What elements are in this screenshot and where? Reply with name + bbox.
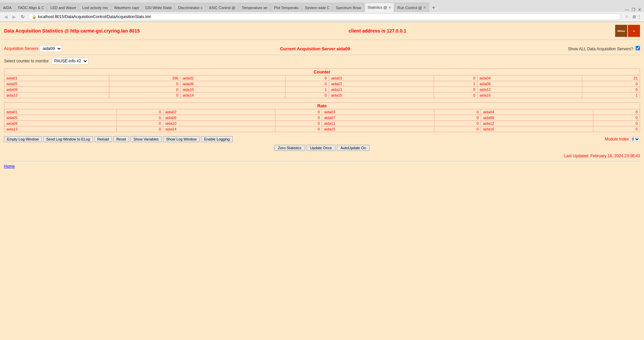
r-r1-v1: 0 <box>275 115 322 121</box>
r-r1-v0: 0 <box>116 115 163 121</box>
restore-icon[interactable]: ❐ <box>632 7 635 12</box>
tab-syswide[interactable]: System wide C <box>302 3 332 12</box>
r-r3-l3: aida16 <box>481 126 593 132</box>
r-r1-l0: aida05 <box>4 115 117 121</box>
tab-fadc[interactable]: FADC Align & C <box>15 3 47 12</box>
counter-table: Counter aida01 396 aida02 0 aida03 0 aid… <box>4 68 640 98</box>
counter-row-0: aida01 396 aida02 0 aida03 0 aida04 21 <box>4 75 640 81</box>
c-r1-l3: aida08 <box>477 81 582 87</box>
enable-logging-button[interactable]: Enable Logging <box>201 136 232 142</box>
c-r3-v2: 0 <box>434 93 477 98</box>
acquisition-servers-row: Acquisition Servers aida09 Current Acqui… <box>4 45 640 55</box>
c-r0-l2: aida03 <box>329 75 434 81</box>
c-r0-v3: 21 <box>582 75 640 81</box>
send-log-button[interactable]: Send Log Window to ELog <box>43 136 93 142</box>
forward-button[interactable]: ▶ <box>11 13 17 20</box>
tab-discriminator[interactable]: Discriminator c <box>175 3 206 12</box>
bookmark-icon[interactable]: ☆ <box>625 14 629 19</box>
empty-log-button[interactable]: Empty Log Window <box>4 136 42 142</box>
tab-aida[interactable]: AIDA <box>0 3 15 12</box>
show-all-servers: Show ALL Data Acquisition Servers? <box>568 46 640 51</box>
tab-led[interactable]: LED and Wavel <box>47 3 79 12</box>
tab-statistics[interactable]: Statistics @ ✕ <box>365 3 394 12</box>
c-r0-v2: 0 <box>434 75 477 81</box>
r-r2-v0: 0 <box>116 121 163 126</box>
c-r1-v0: 0 <box>109 81 180 87</box>
url-input[interactable]: localhost:8015/DataAcquisitionControl/Da… <box>38 14 617 19</box>
counter-select[interactable]: PAUSE-info #2PAUSE-info #1STOP-info #1 <box>51 58 88 64</box>
c-r0-l3: aida04 <box>477 75 582 81</box>
page-header: Data Acquisition Statistics @ http carme… <box>4 25 640 40</box>
c-r3-l2: aida15 <box>329 93 434 98</box>
reset-button[interactable]: Reset <box>113 136 129 142</box>
extensions-icon[interactable]: ⊞ <box>633 14 636 19</box>
tab-temperature[interactable]: Temperature an <box>238 3 270 12</box>
r-r3-l1: aida14 <box>163 126 275 132</box>
r-r0-l3: aida04 <box>481 109 593 115</box>
tab-plot[interactable]: Plot Temperatu <box>271 3 302 12</box>
rate-table: Rate aida01 0 aida02 0 aida03 0 aida04 0… <box>4 102 640 132</box>
acq-servers-select[interactable]: aida09 <box>40 45 62 52</box>
c-r2-l0: aida09 <box>4 87 109 93</box>
address-bar[interactable]: 🔒 localhost:8015/DataAcquisitionControl/… <box>28 13 621 20</box>
auto-update-button[interactable]: AutoUpdate On <box>337 145 370 151</box>
c-r3-l0: aida13 <box>4 93 109 98</box>
new-tab-button[interactable]: + <box>429 3 438 12</box>
c-r0-l1: aida02 <box>180 75 285 81</box>
c-r3-v0: 0 <box>109 93 180 98</box>
logo-area: Midas ● <box>615 25 640 37</box>
counter-header-row: Counter <box>4 69 640 75</box>
nav-extras: ⊞ ⋮ <box>633 14 641 19</box>
reload-button[interactable]: ↻ <box>19 13 26 20</box>
minimize-icon[interactable]: — <box>625 7 629 12</box>
r-r2-l1: aida10 <box>163 121 275 126</box>
tab-spectrum[interactable]: Spectrum Brow <box>333 3 364 12</box>
counter-row-1: aida05 0 aida06 0 aida07 1 aida08 0 <box>4 81 640 87</box>
c-r2-l3: aida12 <box>477 87 582 93</box>
r-r3-l0: aida13 <box>4 126 117 132</box>
c-r1-v3: 0 <box>582 81 640 87</box>
show-variables-button[interactable]: Show Variables <box>130 136 162 142</box>
c-r1-v2: 1 <box>434 81 477 87</box>
show-all-checkbox[interactable] <box>636 46 640 50</box>
menu-icon[interactable]: ⋮ <box>637 14 641 19</box>
reload-button-action[interactable]: Reload <box>94 136 112 142</box>
show-log-window-button[interactable]: Show Log Window <box>163 136 200 142</box>
page-content: Data Acquisition Statistics @ http carme… <box>0 22 644 338</box>
midas-logo: Midas <box>615 25 627 37</box>
update-once-button[interactable]: Update Once <box>307 145 336 151</box>
r-r3-v2: 0 <box>434 126 481 132</box>
counter-row-3: aida13 0 aida14 0 aida15 0 aida16 1 <box>4 93 640 98</box>
c-r3-v1: 0 <box>285 93 329 98</box>
close-window-icon[interactable]: ✕ <box>638 7 641 12</box>
rate-row-1: aida05 0 aida06 0 aida07 0 aida08 0 <box>4 115 640 121</box>
tab-asic[interactable]: ASIC Control @ <box>206 3 238 12</box>
module-index-area: Module Index 0 <box>605 136 640 142</box>
c-r3-l3: aida16 <box>477 93 582 98</box>
back-button[interactable]: ◀ <box>3 13 9 20</box>
c-r0-v1: 0 <box>285 75 329 81</box>
c-r2-v3: 0 <box>582 87 640 93</box>
rate-row-2: aida09 0 aida10 0 aida11 0 aida12 0 <box>4 121 640 126</box>
tab-lost[interactable]: Lost activity mo <box>79 3 111 12</box>
r-r3-v0: 0 <box>116 126 163 132</box>
tab-close-icon[interactable]: ✕ <box>388 6 391 9</box>
module-index-select[interactable]: 0 <box>630 136 640 142</box>
action-buttons-row: Empty Log Window Send Log Window to ELog… <box>4 136 640 142</box>
zero-statistics-button[interactable]: Zero Statistics <box>274 145 305 151</box>
r-r1-v2: 0 <box>434 115 481 121</box>
counter-row-2: aida09 0 aida10 1 aida11 0 aida12 0 <box>4 87 640 93</box>
r-r2-v2: 0 <box>434 121 481 126</box>
tab-runcontrol[interactable]: Run Control @ ✕ <box>394 3 429 12</box>
tab-waveform[interactable]: Waveform capt <box>111 3 142 12</box>
tab-gsi[interactable]: GSI White Rabb <box>142 3 175 12</box>
r-r2-v1: 0 <box>275 121 322 126</box>
r-r0-l2: aida03 <box>322 109 434 115</box>
c-r1-l1: aida06 <box>180 81 285 87</box>
window-controls: — ❐ ✕ <box>622 7 644 12</box>
c-r1-l0: aida05 <box>4 81 109 87</box>
r-r2-l3: aida12 <box>481 121 593 126</box>
rate-row-0: aida01 0 aida02 0 aida03 0 aida04 0 <box>4 109 640 115</box>
home-link[interactable]: Home <box>4 164 15 169</box>
tab-close-runcontrol-icon[interactable]: ✕ <box>423 6 426 9</box>
